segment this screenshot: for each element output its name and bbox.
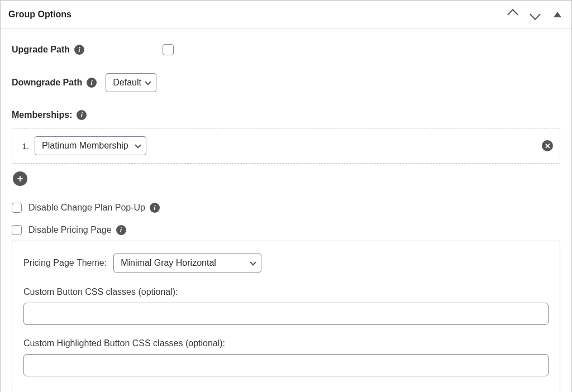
remove-membership-button[interactable]: ✕	[542, 140, 553, 151]
group-options-metabox: Group Options Upgrade Path i Downgrade P…	[0, 0, 572, 392]
disable-popup-label: Disable Change Plan Pop-Up i	[28, 203, 160, 213]
disable-popup-checkbox[interactable]	[12, 203, 22, 213]
membership-select[interactable]: Platinum Membership	[35, 136, 146, 155]
metabox-body: Upgrade Path i Downgrade Path i Default …	[1, 28, 571, 392]
memberships-label-row: Memberships: i	[12, 110, 560, 120]
info-icon[interactable]: i	[77, 110, 87, 120]
highlight-css-input[interactable]	[23, 354, 549, 376]
pricing-settings-box: Pricing Page Theme: Minimal Gray Horizon…	[12, 241, 560, 392]
pricing-theme-select[interactable]: Minimal Gray Horizontal	[113, 254, 261, 273]
downgrade-path-label: Downgrade Path i	[12, 78, 97, 88]
disable-pricing-checkbox[interactable]	[12, 225, 22, 235]
header-controls	[507, 8, 564, 21]
pricing-theme-row: Pricing Page Theme: Minimal Gray Horizon…	[23, 254, 549, 273]
downgrade-path-row: Downgrade Path i Default	[12, 73, 560, 92]
move-down-button[interactable]	[529, 8, 541, 21]
collapse-toggle-button[interactable]	[551, 8, 564, 21]
upgrade-path-checkbox[interactable]	[163, 44, 174, 55]
memberships-label: Memberships: i	[12, 110, 87, 120]
highlight-css-label: Custom Highlighted Button CSS classes (o…	[23, 338, 549, 348]
plus-icon: +	[17, 173, 23, 185]
info-icon[interactable]: i	[150, 203, 160, 213]
close-icon: ✕	[545, 142, 551, 150]
add-membership-button[interactable]: +	[13, 171, 27, 186]
pricing-theme-label: Pricing Page Theme:	[23, 258, 107, 268]
upgrade-path-label-text: Upgrade Path	[12, 45, 70, 55]
info-icon[interactable]: i	[116, 225, 126, 235]
metabox-header: Group Options	[1, 1, 571, 28]
membership-value: Platinum Membership	[42, 141, 131, 151]
button-css-input[interactable]	[23, 303, 549, 325]
memberships-label-text: Memberships:	[12, 110, 72, 120]
disable-popup-label-text: Disable Change Plan Pop-Up	[28, 203, 145, 213]
panel-title: Group Options	[8, 9, 72, 20]
upgrade-path-row: Upgrade Path i	[12, 44, 560, 55]
chevron-up-icon	[507, 9, 518, 20]
disable-pricing-row: Disable Pricing Page i	[12, 225, 560, 235]
downgrade-path-label-text: Downgrade Path	[12, 78, 82, 88]
button-css-label: Custom Button CSS classes (optional):	[23, 287, 549, 297]
disable-pricing-label-text: Disable Pricing Page	[28, 225, 112, 235]
chevron-down-icon	[145, 79, 151, 85]
downgrade-path-value: Default	[113, 78, 141, 88]
move-up-button[interactable]	[507, 8, 519, 21]
info-icon[interactable]: i	[74, 45, 84, 55]
chevron-down-icon	[530, 9, 541, 20]
info-icon[interactable]: i	[87, 78, 97, 88]
membership-item-row: 1. Platinum Membership ✕	[12, 128, 560, 164]
membership-index: 1.	[19, 141, 29, 151]
chevron-down-icon	[250, 259, 256, 265]
pricing-theme-value: Minimal Gray Horizontal	[121, 258, 246, 268]
upgrade-path-label: Upgrade Path i	[12, 45, 84, 55]
disable-pricing-label: Disable Pricing Page i	[28, 225, 126, 235]
triangle-up-icon	[554, 12, 561, 17]
disable-popup-row: Disable Change Plan Pop-Up i	[12, 203, 560, 213]
chevron-down-icon	[135, 142, 141, 148]
downgrade-path-select[interactable]: Default	[106, 73, 156, 92]
